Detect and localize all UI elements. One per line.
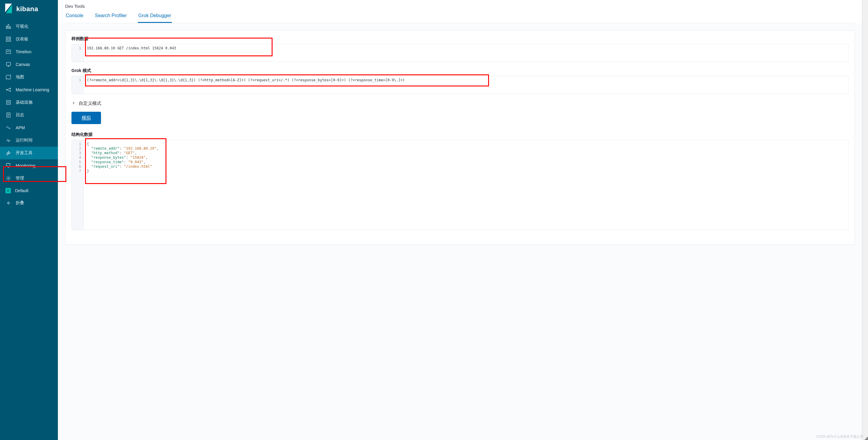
tabs: Console Search Profiler Grok Debugger <box>65 13 855 23</box>
tab-search-profiler[interactable]: Search Profiler <box>94 13 127 23</box>
sidebar: kibana 可视化 仪表板 Timelion Canvas 地图 Machin… <box>0 0 58 440</box>
sidebar-item-default[interactable]: D Default <box>0 184 58 197</box>
svg-rect-18 <box>6 103 10 104</box>
gutter: 1234567 <box>72 140 84 230</box>
kibana-logo-icon <box>5 4 13 14</box>
space-badge: D <box>5 188 11 193</box>
main-content: Dev Tools Console Search Profiler Grok D… <box>58 0 862 440</box>
output-label: 结构化数据 <box>71 132 848 137</box>
sidebar-item-visualize[interactable]: 可视化 <box>0 20 58 33</box>
code-body[interactable]: 192.168.80.10 GET /index.html 15824 0.04… <box>84 44 848 62</box>
sidebar-item-label: Canvas <box>16 62 30 67</box>
custom-patterns-toggle[interactable]: 自定义模式 <box>71 101 848 106</box>
timelion-icon <box>5 49 11 55</box>
svg-point-13 <box>10 88 10 89</box>
sidebar-item-canvas[interactable]: Canvas <box>0 58 58 71</box>
sidebar-item-label: Monitoring <box>16 163 35 168</box>
output-display: 1234567 { "remote_addr": "192.168.80.10"… <box>71 140 848 230</box>
code-body[interactable]: (?<remote_addr>\d{1,3}\.\d{1,3}\.\d{1,3}… <box>84 76 848 94</box>
tab-grok-debugger[interactable]: Grok Debugger <box>138 13 172 23</box>
infrastructure-icon <box>5 99 11 105</box>
map-icon <box>5 74 11 80</box>
sidebar-item-monitoring[interactable]: Monitoring <box>0 159 58 172</box>
code-body: { "remote_addr": "192.168.80.10", "http_… <box>84 140 848 230</box>
svg-rect-1 <box>8 24 9 28</box>
sidebar-item-label: 折叠 <box>16 200 24 206</box>
tab-console[interactable]: Console <box>65 13 84 23</box>
canvas-icon <box>5 61 11 67</box>
sidebar-item-label: 日志 <box>16 112 24 118</box>
sample-data-label: 样例数据 <box>71 36 848 41</box>
sidebar-item-label: 地图 <box>16 74 24 80</box>
uptime-icon <box>5 137 11 143</box>
grok-panel: 样例数据 1 192.168.80.10 GET /index.html 158… <box>65 30 855 245</box>
sidebar-item-infrastructure[interactable]: 基础设施 <box>0 96 58 109</box>
grok-pattern-input[interactable]: 1 (?<remote_addr>\d{1,3}\.\d{1,3}\.\d{1,… <box>71 76 848 94</box>
sample-data-input[interactable]: 1 192.168.80.10 GET /index.html 15824 0.… <box>71 44 848 62</box>
sidebar-item-label: Default <box>15 188 28 193</box>
sidebar-item-label: 管理 <box>16 176 24 181</box>
dashboard-icon <box>5 36 11 42</box>
gutter: 1 <box>72 76 84 94</box>
sidebar-item-uptime[interactable]: 运行时间 <box>0 134 58 147</box>
sidebar-item-label: 运行时间 <box>16 138 33 143</box>
apm-icon <box>5 125 11 131</box>
svg-point-8 <box>9 51 10 52</box>
sidebar-item-timelion[interactable]: Timelion <box>0 45 58 58</box>
ml-icon <box>5 87 11 93</box>
gutter: 1 <box>72 44 84 62</box>
svg-rect-2 <box>10 27 10 29</box>
sidebar-item-label: APM <box>16 125 25 130</box>
svg-rect-0 <box>6 26 7 28</box>
svg-rect-17 <box>6 100 10 102</box>
app-name: kibana <box>16 5 38 13</box>
custom-patterns-label: 自定义模式 <box>79 101 101 106</box>
svg-rect-6 <box>9 40 11 41</box>
sidebar-item-maps[interactable]: 地图 <box>0 71 58 83</box>
svg-point-23 <box>8 178 9 179</box>
arrow-left-icon <box>5 200 11 206</box>
sample-data-section: 样例数据 1 192.168.80.10 GET /index.html 158… <box>71 36 848 62</box>
svg-rect-3 <box>6 37 8 39</box>
sidebar-item-logs[interactable]: 日志 <box>0 109 58 122</box>
svg-line-15 <box>7 89 10 90</box>
sidebar-item-management[interactable]: 管理 <box>0 172 58 184</box>
grok-pattern-section: Grok 模式 1 (?<remote_addr>\d{1,3}\.\d{1,3… <box>71 68 848 94</box>
sidebar-item-label: 仪表板 <box>16 36 28 42</box>
logs-icon <box>5 112 11 118</box>
page-title: Dev Tools <box>65 4 855 9</box>
grok-pattern-label: Grok 模式 <box>71 68 848 73</box>
heartbeat-icon <box>5 163 11 169</box>
svg-point-14 <box>10 91 10 92</box>
sidebar-item-label: 基础设施 <box>16 100 33 105</box>
header: Dev Tools Console Search Profiler Grok D… <box>58 0 862 23</box>
sidebar-item-apm[interactable]: APM <box>0 122 58 134</box>
svg-point-7 <box>7 51 8 52</box>
svg-point-12 <box>6 89 7 90</box>
svg-rect-4 <box>9 37 11 39</box>
sidebar-item-label: 开发工具 <box>16 150 33 156</box>
chevron-right-icon <box>71 101 76 106</box>
sidebar-item-label: Machine Learning <box>16 87 49 92</box>
svg-line-16 <box>7 90 10 91</box>
sidebar-item-dev-tools[interactable]: 开发工具 <box>0 147 58 159</box>
svg-rect-5 <box>6 40 8 41</box>
watermark: CSDN @为什么老是名字被占用 <box>816 434 863 439</box>
logo[interactable]: kibana <box>0 0 58 20</box>
gear-icon <box>5 175 11 181</box>
simulate-button[interactable]: 模拟 <box>71 112 101 124</box>
scrollbar[interactable] <box>862 0 868 440</box>
sidebar-item-label: Timelion <box>16 49 31 54</box>
sidebar-item-dashboard[interactable]: 仪表板 <box>0 33 58 45</box>
chart-bar-icon <box>5 24 11 30</box>
resize-handle-icon[interactable] <box>864 436 868 440</box>
svg-rect-9 <box>6 62 10 65</box>
sidebar-item-collapse[interactable]: 折叠 <box>0 197 58 209</box>
output-section: 结构化数据 1234567 { "remote_addr": "192.168.… <box>71 132 848 230</box>
sidebar-item-label: 可视化 <box>16 24 28 29</box>
sidebar-item-ml[interactable]: Machine Learning <box>0 83 58 96</box>
wrench-icon <box>5 150 11 156</box>
